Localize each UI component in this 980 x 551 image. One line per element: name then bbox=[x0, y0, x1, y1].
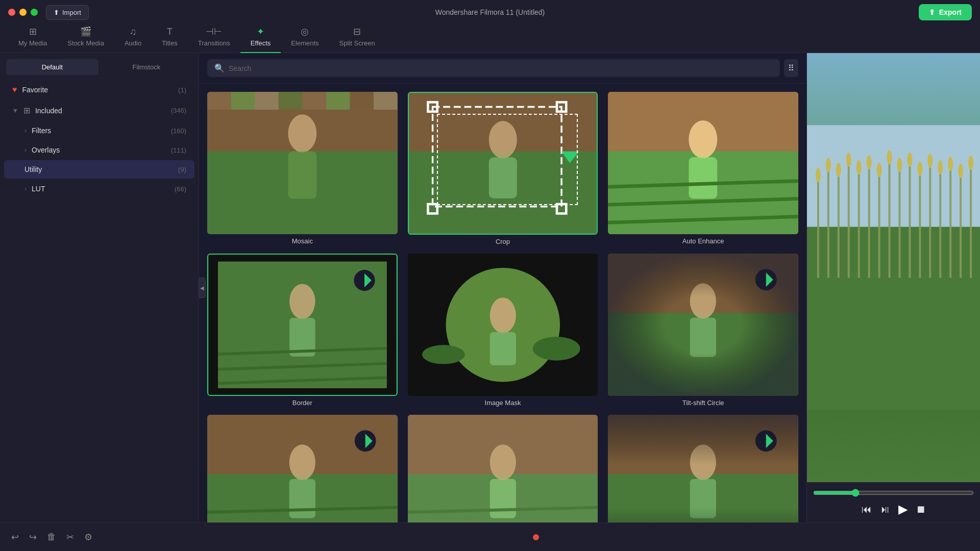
sidebar: Default Filmstock ♥ Favorite (1) ▼ ⊞ Inc… bbox=[0, 53, 199, 522]
effect-border-thumbnail bbox=[207, 254, 398, 396]
export-label: Export bbox=[939, 8, 962, 16]
effect-border[interactable]: Border bbox=[207, 254, 398, 407]
sidebar-tab-default[interactable]: Default bbox=[6, 59, 99, 75]
adjust-button[interactable]: ⚙ bbox=[81, 529, 95, 546]
play-button[interactable]: ▶ bbox=[898, 502, 908, 516]
step-back-button[interactable]: ⏮ bbox=[862, 504, 872, 515]
collapse-included-icon: ▼ bbox=[12, 107, 18, 114]
svg-rect-89 bbox=[939, 168, 941, 278]
tab-audio[interactable]: ♫ Audio bbox=[114, 23, 152, 53]
sidebar-item-overlays[interactable]: › Overlays (111) bbox=[4, 141, 194, 159]
delete-button[interactable]: 🗑 bbox=[44, 529, 59, 545]
effect-mosaic-label: Mosaic bbox=[207, 237, 398, 245]
svg-rect-81 bbox=[858, 168, 860, 278]
svg-point-106 bbox=[948, 157, 953, 171]
effect-face-off[interactable]: Face-off bbox=[408, 415, 598, 522]
sidebar-item-filters-count: (160) bbox=[171, 127, 186, 135]
tab-my-media-label: My Media bbox=[18, 39, 47, 47]
effect-auto-enhance-thumbnail bbox=[608, 92, 798, 234]
svg-point-98 bbox=[867, 155, 872, 169]
sidebar-collapse-arrow[interactable]: ◀ bbox=[199, 278, 206, 298]
maximize-button[interactable] bbox=[31, 9, 38, 16]
sidebar-item-filters[interactable]: › Filters (160) bbox=[4, 121, 194, 140]
svg-rect-2 bbox=[207, 92, 231, 110]
playback-controls: ⏮ ⏯ ▶ ⏹ bbox=[813, 502, 974, 516]
svg-rect-80 bbox=[848, 161, 850, 278]
nav-tabs: ⊞ My Media 🎬 Stock Media ♫ Audio T Title… bbox=[0, 24, 980, 53]
sidebar-item-lut[interactable]: › LUT (66) bbox=[4, 180, 194, 198]
svg-rect-9 bbox=[374, 92, 398, 110]
window-controls bbox=[8, 9, 38, 16]
main-area: Default Filmstock ♥ Favorite (1) ▼ ⊞ Inc… bbox=[0, 53, 980, 522]
svg-rect-16 bbox=[432, 107, 561, 207]
effect-image-mask[interactable]: Image Mask bbox=[408, 254, 598, 407]
sidebar-items: ♥ Favorite (1) ▼ ⊞ Included (346) › Filt… bbox=[0, 75, 199, 522]
export-button[interactable]: ⬆ Export bbox=[919, 4, 972, 20]
timeline-slider[interactable] bbox=[813, 489, 974, 497]
tab-split-screen[interactable]: ⊟ Split Screen bbox=[329, 23, 385, 53]
effect-shape-mask[interactable]: Shape Mask bbox=[207, 415, 398, 522]
effect-mosaic[interactable]: Mosaic bbox=[207, 92, 398, 245]
sidebar-item-favorite[interactable]: ♥ Favorite (1) bbox=[4, 80, 194, 99]
effect-tilt-shift-linear-thumbnail bbox=[608, 415, 798, 522]
svg-rect-6 bbox=[302, 92, 326, 110]
svg-rect-7 bbox=[326, 92, 350, 110]
svg-rect-4 bbox=[255, 92, 279, 110]
effect-auto-enhance[interactable]: Auto Enhance bbox=[608, 92, 798, 245]
search-bar: 🔍 ⠿ bbox=[199, 53, 806, 84]
search-icon: 🔍 bbox=[214, 63, 225, 73]
effect-image-mask-label: Image Mask bbox=[408, 399, 598, 407]
sidebar-tab-filmstock[interactable]: Filmstock bbox=[101, 59, 193, 75]
sidebar-item-overlays-count: (111) bbox=[171, 146, 186, 154]
svg-point-101 bbox=[897, 158, 902, 172]
svg-point-105 bbox=[938, 160, 943, 174]
cut-button[interactable]: ✂ bbox=[63, 529, 77, 546]
split-screen-icon: ⊟ bbox=[353, 26, 361, 37]
sidebar-item-favorite-label: Favorite bbox=[22, 86, 174, 94]
stop-button[interactable]: ⏹ bbox=[916, 504, 926, 515]
effect-crop-label: Crop bbox=[408, 238, 598, 245]
effect-tilt-shift-circle[interactable]: Tilt-shift Circle bbox=[608, 254, 798, 407]
tab-titles[interactable]: T Titles bbox=[152, 23, 188, 53]
effect-crop[interactable]: Crop bbox=[408, 92, 598, 245]
svg-point-33 bbox=[289, 284, 315, 319]
sidebar-item-utility-label: Utility bbox=[24, 165, 173, 173]
grid-toggle-button[interactable]: ⠿ bbox=[784, 59, 798, 77]
sidebar-item-utility[interactable]: Utility (9) bbox=[4, 160, 194, 179]
svg-marker-21 bbox=[561, 152, 579, 163]
import-button[interactable]: ⬆ Import bbox=[46, 5, 89, 20]
tab-transitions[interactable]: ⊣⊢ Transitions bbox=[188, 23, 240, 53]
tab-my-media[interactable]: ⊞ My Media bbox=[8, 23, 57, 53]
sidebar-item-included-label: Included bbox=[35, 107, 166, 115]
sidebar-item-utility-count: (9) bbox=[178, 166, 186, 173]
expand-overlays-icon: › bbox=[24, 146, 27, 154]
svg-point-24 bbox=[689, 120, 718, 159]
search-input[interactable] bbox=[229, 64, 773, 72]
transitions-icon: ⊣⊢ bbox=[206, 26, 222, 37]
expand-lut-icon: › bbox=[24, 185, 27, 192]
effect-crop-thumbnail bbox=[408, 92, 598, 235]
tab-stock-media[interactable]: 🎬 Stock Media bbox=[57, 23, 114, 53]
preview-panel: ⏮ ⏯ ▶ ⏹ bbox=[806, 53, 980, 522]
sidebar-item-included-count: (346) bbox=[171, 107, 186, 114]
content-area: 🔍 ⠿ bbox=[199, 53, 806, 522]
play-pause-button[interactable]: ⏯ bbox=[880, 504, 890, 515]
effect-auto-enhance-label: Auto Enhance bbox=[608, 237, 798, 245]
svg-rect-11 bbox=[288, 151, 316, 198]
minimize-button[interactable] bbox=[19, 9, 27, 16]
svg-rect-82 bbox=[868, 163, 870, 278]
svg-point-104 bbox=[927, 154, 933, 168]
undo-button[interactable]: ↩ bbox=[8, 529, 22, 546]
tab-effects[interactable]: ✦ Effects bbox=[240, 23, 281, 53]
redo-button[interactable]: ↪ bbox=[26, 529, 40, 546]
stock-media-icon: 🎬 bbox=[80, 26, 91, 37]
sidebar-item-filters-label: Filters bbox=[32, 127, 166, 135]
effect-tilt-shift-linear[interactable]: Tilt-shift Linear bbox=[608, 415, 798, 522]
close-button[interactable] bbox=[8, 9, 15, 16]
svg-rect-77 bbox=[817, 176, 819, 278]
svg-rect-86 bbox=[909, 161, 911, 278]
effect-face-off-thumbnail bbox=[408, 415, 598, 522]
sidebar-item-included[interactable]: ▼ ⊞ Included (346) bbox=[4, 101, 194, 120]
tab-elements[interactable]: ◎ Elements bbox=[281, 23, 329, 53]
svg-rect-75 bbox=[807, 125, 980, 227]
